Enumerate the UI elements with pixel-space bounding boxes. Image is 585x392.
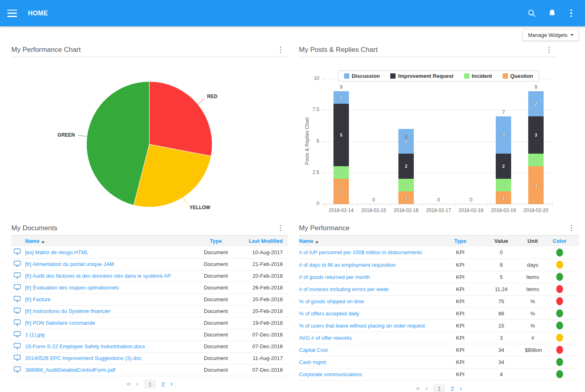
document-link[interactable]: [fr] Instructions du Système financier	[25, 308, 187, 314]
kpi-unit: $Billion	[525, 344, 540, 356]
bar-segment-improvement-request[interactable]: 2	[398, 154, 414, 179]
previous-page-button[interactable]: ‹	[426, 384, 428, 392]
kpi-value: 75	[477, 295, 525, 307]
previous-page-button[interactable]: ‹	[136, 380, 139, 388]
bar-segment-incident[interactable]: 1	[398, 179, 414, 191]
table-row: # of A/P personnel per 100$ million in d…	[299, 246, 579, 259]
bar-segment-question[interactable]: 3	[528, 166, 544, 204]
document-link[interactable]: [fr] Audit des factures et des données c…	[25, 273, 187, 279]
kpi-type: KPI	[443, 271, 477, 283]
widget-kebab-menu-icon[interactable]	[546, 45, 552, 54]
table-row: # of goods returned per month KPI 5 Item…	[299, 271, 579, 283]
sort-ascending-icon	[41, 241, 45, 243]
kpi-link[interactable]: # of goods returned per month	[299, 274, 443, 280]
kpi-link[interactable]: # of A/P personnel per 100$ million in d…	[299, 249, 443, 255]
page-1-button[interactable]: 1	[433, 384, 445, 392]
column-header-name[interactable]: Name	[299, 236, 443, 246]
bar-value-label: 1	[405, 195, 407, 200]
document-link[interactable]: [fr] PON Satisfaire commande	[25, 320, 187, 326]
page-2-button[interactable]: 2	[451, 385, 454, 392]
first-page-button[interactable]: «	[127, 380, 130, 388]
document-link[interactable]: 1 (1).jpg	[25, 332, 187, 338]
kpi-link[interactable]: % of offers accepted daily	[299, 311, 443, 317]
bar-value-label: 5	[340, 133, 342, 137]
kpi-link[interactable]: Corporate communications	[299, 371, 443, 377]
column-header-last-modified[interactable]: Last Modified	[244, 236, 288, 246]
chart-legend: DiscussionImprovement RequestIncidentQue…	[338, 71, 539, 81]
column-header-type[interactable]: Type	[443, 236, 477, 246]
bar-segment-discussion[interactable]: 2	[528, 91, 544, 116]
column-header-color[interactable]: Color	[540, 236, 579, 246]
menu-icon[interactable]	[7, 10, 17, 17]
document-link[interactable]: [fr] Facture	[25, 296, 187, 302]
bar-total-label: 0	[422, 197, 455, 203]
manage-widgets-button[interactable]: Manage Widgets	[523, 29, 579, 41]
kpi-link[interactable]: # of days to fill an employment requisit…	[299, 262, 443, 268]
widget-title: My Performance	[299, 224, 350, 232]
table-row: Capital Cost KPI 34 $Billion	[299, 344, 579, 356]
document-link[interactable]: [es] Matriz de riesgo.HTML	[25, 249, 187, 255]
widget-kebab-menu-icon[interactable]	[278, 224, 284, 233]
kpi-link[interactable]: # of invoices including errors per week	[299, 286, 443, 292]
y-axis-tick	[323, 173, 325, 173]
first-page-button[interactable]: «	[416, 384, 419, 392]
kpi-link[interactable]: % of users that leave without placing an…	[299, 323, 443, 329]
document-link[interactable]: 20140526 EPC Improvement Suggestions (3)…	[25, 355, 187, 361]
kpi-link[interactable]: AVG # of offer reworks	[299, 335, 443, 341]
kpi-link[interactable]: % of goods shipped on time	[299, 298, 443, 304]
kpi-type: KPI	[443, 319, 477, 332]
document-link[interactable]: [fr] Alimentation du portail unique JAM	[25, 261, 187, 267]
bar-segment-incident[interactable]: 1	[333, 166, 349, 179]
pie-slice-red[interactable]	[149, 81, 212, 156]
kpi-link[interactable]: Cash mgmt.	[299, 359, 443, 365]
bar-segment-question[interactable]: 1	[496, 191, 511, 204]
notifications-bell-icon[interactable]	[548, 9, 557, 18]
bar-value-label: 3	[535, 183, 537, 188]
kpi-link[interactable]: Capital Cost	[299, 347, 443, 353]
document-monitor-icon	[14, 319, 21, 326]
document-link[interactable]: 388968_AuditDetailedControlForm.pdf	[25, 367, 187, 373]
page-1-button[interactable]: 1	[144, 379, 155, 389]
widget-kebab-menu-icon[interactable]	[569, 224, 574, 233]
bar-total-label: 9	[520, 84, 552, 90]
bar-segment-discussion[interactable]: 3	[496, 116, 511, 154]
x-axis-label: 2018-02-15	[357, 208, 390, 213]
column-header-name[interactable]: Name	[25, 236, 187, 246]
column-header-unit: Unit	[525, 236, 540, 246]
search-icon[interactable]	[527, 9, 536, 18]
bar-segment-discussion[interactable]: 2	[398, 129, 414, 154]
overflow-menu-icon[interactable]	[568, 9, 575, 18]
pie-label-connector	[183, 197, 188, 205]
bar-segment-improvement-request[interactable]: 5	[333, 104, 349, 167]
bar-segment-question[interactable]: 2	[333, 179, 349, 204]
legend-item-improvement-request[interactable]: Improvement Request	[390, 73, 454, 79]
page-2-button[interactable]: 2	[161, 381, 165, 388]
kpi-status-dot	[556, 248, 563, 257]
manage-widgets-label: Manage Widgets	[528, 32, 568, 38]
table-row: [fr] Audit des factures et des données c…	[11, 270, 288, 282]
legend-item-incident[interactable]: Incident	[464, 73, 492, 79]
next-page-button[interactable]: ›	[460, 384, 462, 392]
bar-segment-improvement-request[interactable]: 3	[528, 116, 544, 154]
table-row: # of days to fill an employment requisit…	[299, 259, 579, 271]
bar-segment-incident[interactable]: 1	[496, 179, 511, 191]
document-type: Document	[187, 258, 244, 270]
legend-item-question[interactable]: Question	[503, 73, 533, 79]
bar-segment-discussion[interactable]: 1	[333, 91, 349, 104]
document-last-modified: 07-Dec-2016	[244, 341, 288, 352]
y-axis-tick-label: 5	[299, 138, 319, 144]
document-link[interactable]: 15-Form-S-22 Employee Safety Indoctrinat…	[25, 343, 187, 349]
legend-item-discussion[interactable]: Discussion	[344, 73, 380, 79]
performance-pagination: « ‹ 1 2 ›	[299, 384, 579, 392]
next-page-button[interactable]: ›	[170, 380, 173, 388]
document-last-modified: 19-Feb-2018	[244, 317, 288, 329]
bar-segment-question[interactable]: 1	[398, 191, 414, 204]
bar-segment-incident[interactable]: 1	[528, 154, 544, 166]
x-axis-label: 2018-02-14	[325, 208, 357, 213]
y-axis-tick-label: 2.5	[299, 169, 319, 175]
column-header-type[interactable]: Type	[187, 236, 244, 246]
widget-kebab-menu-icon[interactable]	[278, 45, 284, 54]
kpi-type: KPI	[443, 368, 477, 380]
bar-segment-improvement-request[interactable]: 2	[496, 154, 511, 179]
document-link[interactable]: [fr] Évaluation des risques opérationnel…	[25, 285, 187, 291]
